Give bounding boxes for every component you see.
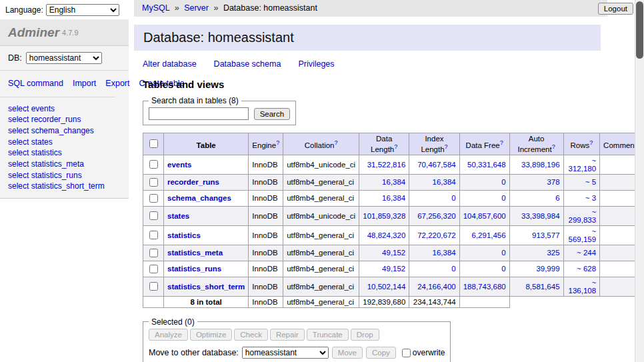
column-help-link[interactable]: ? [445,143,448,150]
database-nav-link[interactable]: Database schema [214,59,281,69]
column-help-link[interactable]: ? [500,139,503,146]
index-length-link[interactable]: 0 [451,194,455,202]
table-name-link[interactable]: recorder_runs [167,178,219,186]
data-length-link[interactable]: 49,152 [382,249,405,257]
rows-count-link[interactable]: ~ 3 [585,194,596,202]
logout-button[interactable]: Logout [598,3,633,15]
move-database-select[interactable]: homeassistant [242,347,329,359]
index-length-link[interactable]: 70,467,584 [417,161,456,169]
data-free-link[interactable]: 0 [501,265,505,273]
row-checkbox[interactable] [149,160,158,169]
language-select[interactable]: English [46,4,119,16]
breadcrumb-mysql-link[interactable]: MySQL [142,3,169,13]
data-length-link[interactable]: 10,502,144 [367,283,406,291]
index-length-link[interactable]: 72,220,672 [417,231,456,239]
rows-count-link[interactable]: ~ 569,159 [569,227,597,243]
rows-count-link[interactable]: ~ 244 [577,249,596,257]
rows-count-link[interactable]: ~ 136,108 [569,279,597,295]
column-help-link[interactable]: ? [589,139,593,146]
table-name-link[interactable]: statistics_meta [167,249,223,257]
sidebar-table-link[interactable]: select states [8,137,121,148]
data-free-link[interactable]: 50,331,648 [467,161,506,169]
select-all-checkbox[interactable] [149,139,158,148]
column-help-link[interactable]: ? [276,139,279,146]
selected-action-button[interactable]: Check [234,329,268,341]
auto-increment-link[interactable]: 378 [547,178,559,186]
data-free-link[interactable]: 6,291,456 [472,231,506,239]
selected-action-button[interactable]: Analyze [149,329,188,341]
selected-action-button[interactable]: Drop [351,329,379,341]
breadcrumb-server-link[interactable]: Server [184,3,209,13]
column-help-link[interactable]: ? [394,143,397,150]
data-length-link[interactable]: 48,824,320 [367,231,406,239]
data-length-link[interactable]: 31,522,816 [367,161,406,169]
sidebar-action-link[interactable]: Export [105,79,129,88]
adminer-brand-link[interactable]: Adminer [8,25,59,39]
data-free-link[interactable]: 104,857,600 [463,212,506,220]
index-length-link[interactable]: 16,384 [433,178,456,186]
row-checkbox[interactable] [149,211,158,220]
vertical-scrollbar[interactable] [635,0,644,362]
rows-count-link[interactable]: ~ 5 [585,178,596,186]
row-checkbox[interactable] [149,282,158,291]
selected-action-button[interactable]: Truncate [307,329,349,341]
index-length-link[interactable]: 67,256,320 [417,212,456,220]
index-length-link[interactable]: 0 [451,265,455,273]
row-checkbox[interactable] [149,265,158,273]
data-free-link[interactable]: 188,743,680 [463,283,506,291]
search-button[interactable]: Search [254,108,290,120]
rows-count-link[interactable]: ~ 628 [577,265,596,273]
table-name-link[interactable]: statistics [167,231,201,239]
db-select[interactable]: homeassistant [26,52,102,64]
auto-increment-link[interactable]: 33,898,196 [521,161,560,169]
sidebar-table-link[interactable]: select recorder_runs [8,114,121,125]
index-length-link[interactable]: 24,166,400 [417,283,456,291]
move-button[interactable]: Move [332,347,363,359]
table-name-link[interactable]: statistics_runs [167,265,221,273]
sidebar-table-link[interactable]: select schema_changes [8,125,121,137]
auto-increment-link[interactable]: 8,581,645 [525,283,559,291]
data-length-link[interactable]: 16,384 [382,178,405,186]
row-checkbox[interactable] [149,178,158,187]
column-help-link[interactable]: ? [552,143,555,150]
sidebar-table-link[interactable]: select statistics [8,147,121,159]
copy-button[interactable]: Copy [366,347,396,359]
data-length-link[interactable]: 101,859,328 [363,212,405,220]
auto-increment-link[interactable]: 33,398,984 [521,212,560,220]
search-input[interactable] [149,107,249,120]
column-help-link[interactable]: ? [334,139,337,146]
selected-action-button[interactable]: Optimize [190,329,232,341]
index-length-link[interactable]: 16,384 [433,249,456,257]
sidebar-table-link[interactable]: select statistics_runs [8,170,121,181]
sidebar-table-link[interactable]: select statistics_short_term [8,181,121,192]
table-name-link[interactable]: events [167,161,191,169]
data-free-cell: 188,743,680 [459,277,509,296]
sidebar-table-link[interactable]: select statistics_meta [8,159,121,170]
rows-count-link[interactable]: ~ 312,180 [569,157,597,173]
database-nav-link[interactable]: Privileges [298,59,334,69]
data-free-link[interactable]: 0 [501,178,505,186]
auto-increment-link[interactable]: 39,999 [536,265,559,273]
auto-increment-link[interactable]: 6 [555,194,559,202]
row-checkbox[interactable] [149,249,158,257]
data-free-link[interactable]: 0 [501,194,505,202]
sidebar-action-link[interactable]: Import [73,79,96,88]
sidebar: Language: English Adminer4.7.9 DB: homea… [0,0,129,362]
data-free-link[interactable]: 0 [501,249,505,257]
table-name-link[interactable]: statistics_short_term [167,283,245,291]
data-length-link[interactable]: 16,384 [382,194,405,202]
table-name-link[interactable]: schema_changes [167,194,231,202]
rows-count-link[interactable]: ~ 299,833 [569,208,597,224]
auto-increment-link[interactable]: 913,577 [532,231,560,239]
data-length-link[interactable]: 49,152 [382,265,405,273]
sidebar-action-link[interactable]: SQL command [8,79,63,88]
row-checkbox[interactable] [149,194,158,203]
selected-action-button[interactable]: Repair [270,329,305,341]
database-nav-link[interactable]: Alter database [143,59,197,69]
scrollbar-thumb[interactable] [636,1,643,59]
sidebar-table-link[interactable]: select events [8,103,121,115]
overwrite-checkbox[interactable] [402,349,411,357]
table-name-link[interactable]: states [167,212,189,220]
row-checkbox[interactable] [149,231,158,239]
auto-increment-link[interactable]: 325 [547,249,559,257]
